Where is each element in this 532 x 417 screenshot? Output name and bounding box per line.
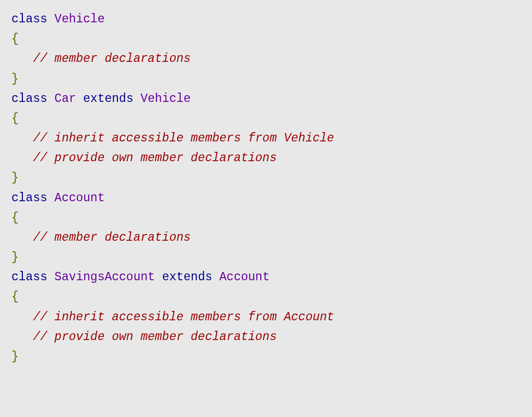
- brace-open: {: [11, 290, 19, 304]
- keyword-class: class: [11, 191, 47, 205]
- brace-close: }: [11, 350, 19, 363]
- class-name-account: Account: [55, 191, 105, 205]
- class-name-vehicle-ref: Vehicle: [141, 92, 191, 106]
- brace-open: {: [11, 32, 19, 46]
- comment: // provide own member declarations: [33, 330, 276, 344]
- keyword-extends: extends: [83, 92, 134, 106]
- class-name-account-ref: Account: [219, 270, 270, 284]
- brace-open: {: [11, 112, 19, 125]
- comment: // member declarations: [33, 231, 191, 244]
- keyword-class: class: [11, 92, 47, 106]
- class-name-vehicle: Vehicle: [55, 12, 105, 26]
- brace-open: {: [11, 211, 19, 225]
- keyword-class: class: [11, 12, 47, 26]
- comment: // inherit accessible members from Vehic…: [33, 132, 334, 145]
- brace-close: }: [11, 171, 19, 185]
- keyword-extends: extends: [162, 270, 212, 284]
- comment: // inherit accessible members from Accou…: [33, 310, 334, 324]
- keyword-class: class: [11, 270, 47, 284]
- comment: // provide own member declarations: [33, 151, 276, 165]
- brace-close: }: [11, 251, 19, 264]
- brace-close: }: [11, 72, 19, 86]
- comment: // member declarations: [33, 52, 191, 66]
- code-block: class Vehicle { // member declarations }…: [11, 9, 521, 367]
- class-name-savingsaccount: SavingsAccount: [55, 270, 155, 284]
- class-name-car: Car: [55, 92, 76, 106]
